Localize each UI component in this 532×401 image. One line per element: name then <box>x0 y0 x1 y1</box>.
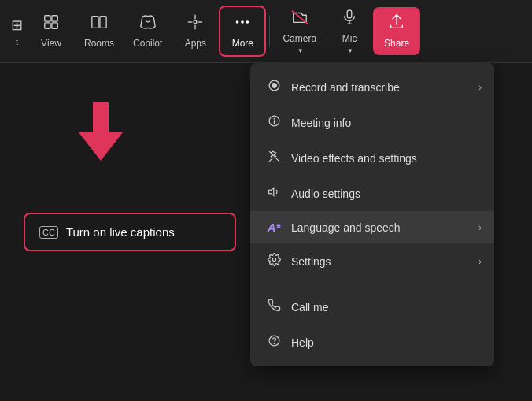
video-effects-icon <box>266 150 282 166</box>
caption-box[interactable]: CC Turn on live captions <box>24 213 236 251</box>
camera-chevron: ▼ <box>297 47 304 54</box>
camera-label: Camera <box>283 33 316 44</box>
menu-item-settings[interactable]: Settings › <box>250 243 494 279</box>
language-speech-label: Language and speech <box>291 221 401 234</box>
mic-chevron: ▼ <box>347 47 353 54</box>
language-chevron: › <box>478 222 482 233</box>
menu-item-video-effects[interactable]: Video effects and settings <box>250 140 494 176</box>
menu-item-language-speech[interactable]: A* Language and speech › <box>250 211 494 243</box>
apps-label: Apps <box>185 38 206 49</box>
arrow-head <box>79 132 123 161</box>
call-icon <box>266 299 282 315</box>
audio-settings-label: Audio settings <box>291 188 360 200</box>
svg-point-6 <box>194 20 198 24</box>
toolbar: ⊞ t View Rooms Copi <box>0 0 532 63</box>
help-icon <box>266 334 282 351</box>
toolbar-item-partial[interactable]: ⊞ t <box>6 10 28 53</box>
partial-label: t <box>16 37 18 46</box>
toolbar-item-mic[interactable]: Mic ▼ <box>326 2 373 61</box>
dropdown-menu: Record and transcribe › Meeting info Vid… <box>250 63 494 366</box>
copilot-icon <box>139 13 157 35</box>
svg-rect-5 <box>100 17 106 28</box>
share-label: Share <box>384 38 409 49</box>
settings-chevron: › <box>478 256 482 267</box>
copilot-label: Copilot <box>133 38 162 49</box>
rooms-label: Rooms <box>84 38 114 49</box>
apps-icon <box>187 13 204 35</box>
menu-item-record[interactable]: Record and transcribe › <box>250 69 494 105</box>
svg-rect-1 <box>52 16 57 21</box>
more-icon <box>234 13 251 35</box>
mic-label: Mic <box>342 33 357 44</box>
svg-point-12 <box>242 20 245 24</box>
toolbar-item-rooms[interactable]: Rooms <box>75 7 124 55</box>
svg-rect-0 <box>45 16 50 21</box>
record-icon <box>266 79 282 95</box>
svg-rect-3 <box>52 23 57 28</box>
captions-icon: CC <box>39 226 58 239</box>
svg-point-13 <box>246 20 249 24</box>
language-icon: A* <box>266 221 282 234</box>
partial-icon: ⊞ <box>11 17 23 34</box>
audio-icon <box>266 185 282 202</box>
toolbar-item-share[interactable]: Share <box>373 7 420 55</box>
toolbar-item-copilot[interactable]: Copilot <box>124 7 172 55</box>
svg-rect-15 <box>347 9 352 17</box>
settings-icon <box>266 253 282 269</box>
share-icon <box>388 13 405 35</box>
help-label: Help <box>291 336 314 349</box>
menu-item-audio-settings[interactable]: Audio settings <box>250 176 494 211</box>
camera-icon <box>291 9 308 30</box>
video-effects-label: Video effects and settings <box>291 152 417 165</box>
rooms-icon <box>91 13 108 35</box>
menu-item-help[interactable]: Help <box>250 325 494 360</box>
toolbar-item-apps[interactable]: Apps <box>172 7 219 55</box>
arrow-indicator <box>79 102 123 161</box>
settings-label: Settings <box>291 255 331 268</box>
svg-point-23 <box>272 258 275 261</box>
view-icon <box>42 13 60 35</box>
svg-point-11 <box>236 20 239 24</box>
toolbar-item-more[interactable]: More <box>219 6 266 57</box>
toolbar-item-view[interactable]: View <box>28 7 75 55</box>
toolbar-divider <box>269 16 270 47</box>
menu-divider <box>263 284 482 284</box>
caption-label: Turn on live captions <box>66 225 175 239</box>
call-me-label: Call me <box>291 301 328 314</box>
meeting-info-label: Meeting info <box>291 117 351 129</box>
svg-point-24 <box>269 336 279 346</box>
arrow-shaft <box>93 102 109 134</box>
svg-point-19 <box>272 84 276 88</box>
mic-icon <box>341 9 358 30</box>
record-chevron: › <box>478 82 482 93</box>
svg-rect-4 <box>92 17 98 28</box>
svg-rect-2 <box>45 23 50 28</box>
record-label: Record and transcribe <box>291 81 400 94</box>
toolbar-item-camera[interactable]: Camera ▼ <box>273 2 326 61</box>
more-label: More <box>232 38 253 49</box>
menu-item-meeting-info[interactable]: Meeting info <box>250 105 494 140</box>
info-icon <box>266 114 282 131</box>
menu-item-call-me[interactable]: Call me <box>250 289 494 325</box>
view-label: View <box>41 38 61 49</box>
